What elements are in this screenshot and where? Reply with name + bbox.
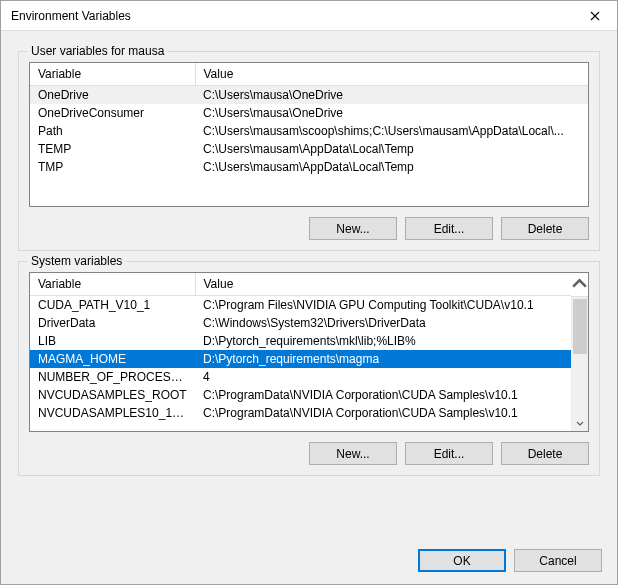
scrollbar-up-button[interactable] <box>571 273 588 297</box>
system-col-value[interactable]: Value <box>195 273 571 296</box>
scrollbar-down-button[interactable] <box>572 414 588 431</box>
var-value: C:\Program Files\NVIDIA GPU Computing To… <box>195 296 571 315</box>
system-variables-label: System variables <box>27 254 126 268</box>
var-value: C:\Users\mausam\scoop\shims;C:\Users\mau… <box>195 122 588 140</box>
table-row[interactable]: OneDrive C:\Users\mausa\OneDrive <box>30 86 588 105</box>
scrollbar-thumb[interactable] <box>573 299 587 354</box>
system-variables-table-wrap: Variable Value CUDA_PATH_V10_1 C:\Progra… <box>29 272 589 432</box>
var-value: C:\ProgramData\NVIDIA Corporation\CUDA S… <box>195 386 571 404</box>
var-value: C:\Users\mausam\AppData\Local\Temp <box>195 158 588 176</box>
system-variables-group: System variables Variable Value CUDA_PAT… <box>18 261 600 476</box>
var-value: D:\Pytorch_requirements\magma <box>195 350 571 368</box>
user-variables-group: User variables for mausa Variable Value … <box>18 51 600 251</box>
var-value: C:\Windows\System32\Drivers\DriverData <box>195 314 571 332</box>
cancel-button[interactable]: Cancel <box>514 549 602 572</box>
var-name: OneDriveConsumer <box>30 104 195 122</box>
user-buttons: New... Edit... Delete <box>29 217 589 240</box>
var-value: C:\Users\mausam\AppData\Local\Temp <box>195 140 588 158</box>
table-row[interactable]: TMP C:\Users\mausam\AppData\Local\Temp <box>30 158 588 176</box>
titlebar: Environment Variables <box>1 1 617 31</box>
user-variables-table[interactable]: Variable Value OneDrive C:\Users\mausa\O… <box>30 63 588 176</box>
window-title: Environment Variables <box>11 9 572 23</box>
table-row[interactable]: CUDA_PATH_V10_1 C:\Program Files\NVIDIA … <box>30 296 571 315</box>
close-icon <box>590 11 600 21</box>
dialog-content: User variables for mausa Variable Value … <box>1 31 617 584</box>
table-row[interactable]: Path C:\Users\mausam\scoop\shims;C:\User… <box>30 122 588 140</box>
var-name: DriverData <box>30 314 195 332</box>
table-row[interactable]: NVCUDASAMPLES_ROOT C:\ProgramData\NVIDIA… <box>30 386 571 404</box>
table-row[interactable]: TEMP C:\Users\mausam\AppData\Local\Temp <box>30 140 588 158</box>
var-name: NVCUDASAMPLES10_1_ROOT <box>30 404 195 422</box>
var-name: TMP <box>30 158 195 176</box>
ok-button[interactable]: OK <box>418 549 506 572</box>
chevron-down-icon <box>576 419 584 427</box>
system-delete-button[interactable]: Delete <box>501 442 589 465</box>
close-button[interactable] <box>572 1 617 31</box>
table-row[interactable]: NVCUDASAMPLES10_1_ROOT C:\ProgramData\NV… <box>30 404 571 422</box>
var-name: TEMP <box>30 140 195 158</box>
table-row[interactable]: MAGMA_HOME D:\Pytorch_requirements\magma <box>30 350 571 368</box>
user-edit-button[interactable]: Edit... <box>405 217 493 240</box>
user-variables-table-wrap: Variable Value OneDrive C:\Users\mausa\O… <box>29 62 589 207</box>
environment-variables-dialog: Environment Variables User variables for… <box>0 0 618 585</box>
table-row[interactable]: LIB D:\Pytorch_requirements\mkl\lib;%LIB… <box>30 332 571 350</box>
var-value: C:\Users\mausa\OneDrive <box>195 104 588 122</box>
system-new-button[interactable]: New... <box>309 442 397 465</box>
var-name: CUDA_PATH_V10_1 <box>30 296 195 315</box>
table-row[interactable]: NUMBER_OF_PROCESSORS 4 <box>30 368 571 386</box>
var-value: D:\Pytorch_requirements\mkl\lib;%LIB% <box>195 332 571 350</box>
user-delete-button[interactable]: Delete <box>501 217 589 240</box>
user-new-button[interactable]: New... <box>309 217 397 240</box>
user-col-value[interactable]: Value <box>195 63 588 86</box>
dialog-buttons: OK Cancel <box>16 534 602 572</box>
user-col-variable[interactable]: Variable <box>30 63 195 86</box>
table-row[interactable]: DriverData C:\Windows\System32\Drivers\D… <box>30 314 571 332</box>
var-name: OneDrive <box>30 86 195 105</box>
var-value: C:\Users\mausa\OneDrive <box>195 86 588 105</box>
var-name: Path <box>30 122 195 140</box>
var-name: LIB <box>30 332 195 350</box>
var-value: 4 <box>195 368 571 386</box>
table-row[interactable]: OneDriveConsumer C:\Users\mausa\OneDrive <box>30 104 588 122</box>
var-name: NUMBER_OF_PROCESSORS <box>30 368 195 386</box>
system-col-variable[interactable]: Variable <box>30 273 195 296</box>
chevron-up-icon <box>571 276 588 293</box>
user-variables-label: User variables for mausa <box>27 44 168 58</box>
vertical-scrollbar[interactable] <box>571 297 588 431</box>
system-edit-button[interactable]: Edit... <box>405 442 493 465</box>
var-value: C:\ProgramData\NVIDIA Corporation\CUDA S… <box>195 404 571 422</box>
system-buttons: New... Edit... Delete <box>29 442 589 465</box>
system-variables-table[interactable]: Variable Value CUDA_PATH_V10_1 C:\Progra… <box>30 273 571 422</box>
var-name: NVCUDASAMPLES_ROOT <box>30 386 195 404</box>
var-name: MAGMA_HOME <box>30 350 195 368</box>
